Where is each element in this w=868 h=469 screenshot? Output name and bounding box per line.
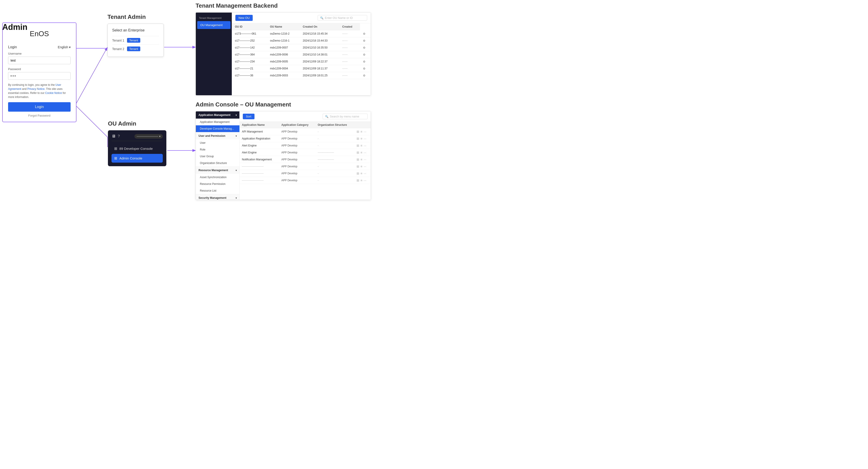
list-view-icon[interactable]: ≡ — [361, 144, 363, 147]
more-icon[interactable]: ··· — [364, 151, 367, 154]
privacy-notice-link[interactable]: Privacy Notice — [27, 88, 44, 91]
tenant-mgmt-section: Tenant Management Backend Tenant Managem… — [195, 2, 371, 96]
list-view-icon[interactable]: ≡ — [361, 158, 363, 161]
sidebar-org-structure[interactable]: Organization Structure — [196, 160, 240, 166]
language-selector[interactable]: English ▾ — [58, 45, 70, 49]
ou-name-cell: mdx1209-0005 — [267, 58, 300, 65]
chevron-icon: ▾ — [236, 135, 237, 137]
action-cell: ⊞≡··· — [354, 142, 371, 149]
detail-icon[interactable]: ⊙ — [360, 44, 371, 51]
login-button[interactable]: Login — [8, 102, 70, 112]
app-cat-cell: APP Develop — [279, 177, 316, 184]
org-cell: —————— — [315, 149, 354, 156]
admin-section: Admin EnOS Login English ▾ Username Pass… — [2, 23, 76, 122]
more-icon[interactable]: ··· — [364, 130, 367, 133]
list-view-icon[interactable]: ≡ — [361, 137, 363, 140]
list-view-icon[interactable]: ≡ — [361, 178, 363, 182]
tenant-row-1[interactable]: Tenant 1 Tenant — [112, 36, 159, 44]
ou-id-cell: o17————36 — [232, 72, 267, 79]
cookie-notice-link[interactable]: Cookie Notice — [45, 92, 62, 95]
list-view-icon[interactable]: ≡ — [361, 130, 363, 133]
app-name-cell: Alert Engine — [240, 149, 279, 156]
forgot-password-link[interactable]: Forgot Password — [8, 114, 70, 117]
grid-view-icon[interactable]: ⊞ — [356, 144, 359, 147]
tenant-mgmt-title: Tenant Management Backend — [195, 2, 371, 9]
admin-console-menu-item[interactable]: ⊞ Admin Console — [112, 154, 163, 163]
grid-view-icon[interactable]: ⊞ — [356, 165, 359, 168]
action-cell: ⊞≡··· — [354, 149, 371, 156]
table-row: Alert Engine APP Develop —————— ⊞≡··· — [240, 149, 371, 156]
sidebar-resource-perm[interactable]: Resource Permission — [196, 180, 240, 187]
created-on-cell: 2024/12/16 15:45:34 — [300, 30, 339, 37]
ou-id-cell: o17————234 — [232, 58, 267, 65]
app-cat-cell: APP Develop — [279, 163, 316, 170]
grid-view-icon[interactable]: ⊞ — [356, 151, 359, 154]
admin-console-title: Admin Console – OU Management — [195, 101, 371, 108]
list-view-icon[interactable]: ≡ — [361, 151, 363, 154]
user-perm-group-header[interactable]: User and Permission ▾ — [196, 132, 240, 139]
username-input[interactable] — [8, 57, 70, 64]
org-cell: - — [315, 135, 354, 142]
sidebar-app-management[interactable]: Application Management — [196, 119, 240, 125]
ac-main: Sort 🔍 Search by menu name Application N… — [240, 111, 371, 200]
detail-icon[interactable]: ⊙ — [360, 37, 371, 44]
detail-icon[interactable]: ⊙ — [360, 58, 371, 65]
app-name-cell: Alert Engine — [240, 142, 279, 149]
col-ou-name: OU Name — [267, 23, 300, 30]
ac-toolbar: Sort 🔍 Search by menu name — [240, 111, 371, 122]
col-app-name: Application Name — [240, 122, 279, 128]
grid-view-icon[interactable]: ⊞ — [356, 158, 359, 161]
search-icon: 🔍 — [320, 16, 323, 20]
detail-icon[interactable]: ⊙ — [360, 65, 371, 72]
grid-view-icon[interactable]: ⊞ — [356, 130, 359, 133]
sidebar-dev-console[interactable]: Developer Console Manag... — [196, 125, 240, 132]
password-input[interactable] — [8, 72, 70, 80]
list-view-icon[interactable]: ≡ — [361, 165, 363, 168]
app-mgmt-group-header[interactable]: Application Management ▾ — [196, 111, 240, 119]
detail-icon[interactable]: ⊙ — [360, 30, 371, 37]
action-cell: ⊞≡··· — [354, 170, 371, 177]
col-created: Created — [339, 23, 360, 30]
ou-id-cell: o17————364 — [232, 51, 267, 58]
app-cat-cell: APP Develop — [279, 142, 316, 149]
sidebar-user[interactable]: User — [196, 139, 240, 146]
more-icon[interactable]: ··· — [364, 165, 367, 168]
more-icon[interactable]: ··· — [364, 137, 367, 140]
app-name-cell: ———————— — [240, 170, 279, 177]
table-row: o173————061 ouDemo-1216-2 2024/12/16 15:… — [232, 30, 371, 37]
tmb-ou-management-item[interactable]: OU Management — [197, 21, 230, 29]
grid-view-icon[interactable]: ⊞ — [356, 172, 359, 175]
app-cat-cell: APP Develop — [279, 128, 316, 135]
sidebar-resource-list[interactable]: Resource List — [196, 187, 240, 194]
more-icon[interactable]: ··· — [364, 158, 367, 161]
ou-admin-section: OU Admin 🖥 ? ———————— ▾ ⊞ 89 Developer C… — [108, 120, 166, 166]
sidebar-user-group[interactable]: User Group — [196, 153, 240, 160]
sort-button[interactable]: Sort — [243, 114, 254, 119]
table-row: ———————— APP Develop - ⊞≡··· — [240, 170, 371, 177]
list-view-icon[interactable]: ≡ — [361, 172, 363, 175]
grid-view-icon[interactable]: ⊞ — [356, 178, 359, 182]
more-icon[interactable]: ··· — [364, 178, 367, 182]
more-icon[interactable]: ··· — [364, 144, 367, 147]
help-icon: ? — [118, 134, 120, 138]
new-ou-button[interactable]: New OU — [236, 15, 253, 21]
sidebar-role[interactable]: Role — [196, 146, 240, 153]
grid-view-icon[interactable]: ⊞ — [356, 137, 359, 140]
ac-search-box: 🔍 Search by menu name — [322, 114, 368, 119]
security-mgmt-group-header[interactable]: Security Management ▾ — [196, 194, 240, 200]
security-mgmt-group: Security Management ▾ Audit Log — [196, 194, 240, 200]
grid-icon-dev: ⊞ — [114, 146, 117, 151]
created-on-cell: 2024/12/09 18:22:37 — [300, 58, 339, 65]
created-on-cell: 2024/12/09 18:01:25 — [300, 72, 339, 79]
created-cell: —— — [339, 65, 360, 72]
app-name-cell: Application Registration — [240, 135, 279, 142]
developer-console-menu-item[interactable]: ⊞ 89 Developer Console — [112, 144, 163, 153]
more-icon[interactable]: ··· — [364, 172, 367, 175]
detail-icon[interactable]: ⊙ — [360, 72, 371, 79]
action-cell: ⊞≡··· — [354, 128, 371, 135]
org-cell: —————— — [315, 156, 354, 163]
tenant-row-2[interactable]: Tenant 2 Tenant — [112, 44, 159, 53]
detail-icon[interactable]: ⊙ — [360, 51, 371, 58]
sidebar-asset-sync[interactable]: Asset Synchronization — [196, 174, 240, 180]
resource-mgmt-group-header[interactable]: Resource Management ▾ — [196, 167, 240, 174]
